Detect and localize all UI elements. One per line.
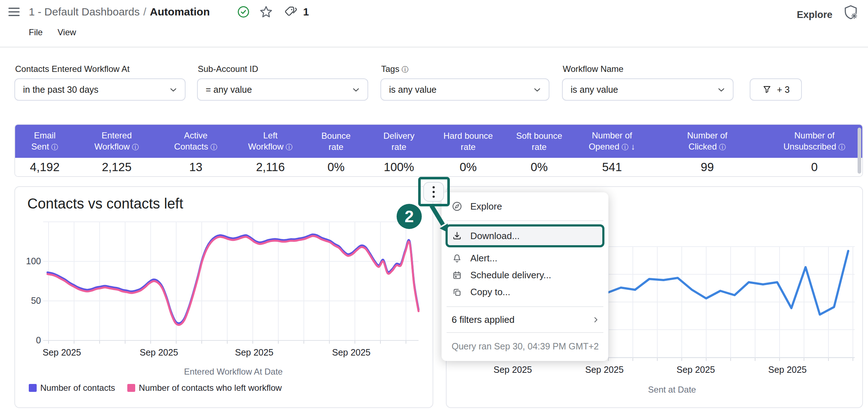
x-tick: Sep 2025: [572, 365, 637, 375]
tag-count: 1: [303, 6, 309, 18]
menu-item-alert[interactable]: Alert...: [442, 250, 608, 267]
chart-legend: Number of contacts Number of contacts wh…: [29, 383, 282, 393]
filter-value: is any value: [389, 84, 437, 95]
filter-label-subaccount: Sub-Account ID: [198, 64, 258, 74]
x-tick: Sep 2025: [29, 347, 94, 358]
legend-item-left-workflow[interactable]: Number of contacts who left workflow: [127, 383, 282, 393]
kpi-summary-table: EmailSentⓘEnteredWorkflowⓘActiveContacts…: [14, 124, 863, 177]
chevron-down-icon: [718, 87, 725, 92]
hamburger-menu-icon[interactable]: [8, 6, 20, 17]
table-value-cell: 541: [576, 158, 648, 176]
more-filters-button[interactable]: + 3: [750, 78, 802, 101]
x-tick: Sep 2025: [755, 365, 820, 375]
more-filters-count: + 3: [777, 84, 790, 95]
chevron-right-icon: [591, 315, 600, 324]
verified-check-icon[interactable]: [237, 5, 250, 18]
legend-label: Number of contacts who left workflow: [139, 383, 282, 393]
explore-top-button[interactable]: Explore: [797, 9, 832, 20]
breadcrumb: 1 - Default Dashboards/Automation: [29, 6, 210, 18]
table-header-cell[interactable]: Bouncerate: [308, 125, 364, 158]
filter-label-tags: Tagsⓘ: [381, 64, 408, 74]
download-highlight-annotation: Download...: [446, 224, 604, 247]
menu-item-label: Explore: [470, 201, 502, 212]
table-header-cell[interactable]: Number ofClickedⓘ: [648, 125, 767, 158]
table-scrollbar[interactable]: [858, 128, 861, 174]
info-icon[interactable]: ⓘ: [622, 143, 629, 151]
menu-item-label: Download...: [470, 230, 520, 242]
table-header-cell[interactable]: LeftWorkflowⓘ: [233, 125, 308, 158]
menu-item-explore[interactable]: Explore: [442, 192, 608, 220]
table-value-cell: 2,125: [74, 158, 159, 176]
table-value-cell: 0%: [502, 158, 576, 176]
table-value-row: 4,1922,125132,1160%100%0%0%541990: [15, 158, 862, 176]
info-icon[interactable]: ⓘ: [132, 143, 139, 151]
filter-dropdown-entered-workflow[interactable]: in the past 30 days: [14, 78, 186, 101]
table-value-cell: 13: [159, 158, 233, 176]
table-header-cell[interactable]: Number ofUnsubscribedⓘ: [767, 125, 862, 158]
chevron-down-icon: [170, 87, 177, 92]
table-header-cell[interactable]: EmailSentⓘ: [15, 125, 74, 158]
top-divider: [0, 47, 868, 47]
favorite-star-icon[interactable]: [259, 5, 273, 19]
legend-swatch-purple: [29, 384, 37, 392]
filter-value: in the past 30 days: [23, 84, 99, 95]
x-tick: Sep 2025: [319, 347, 384, 358]
breadcrumb-current: Automation: [150, 6, 210, 18]
copy-icon: [452, 287, 462, 298]
filter-dropdown-tags[interactable]: is any value: [380, 78, 549, 101]
chevron-down-icon: [352, 87, 360, 92]
filter-dropdown-workflow-name[interactable]: is any value: [562, 78, 734, 101]
menu-divider: [447, 220, 603, 221]
table-header-cell[interactable]: EnteredWorkflowⓘ: [74, 125, 159, 158]
info-icon[interactable]: ⓘ: [719, 143, 726, 151]
filter-value: is any value: [571, 84, 618, 95]
query-ran-status: Query ran Sep 30, 04:39 PM GMT+2: [442, 333, 608, 360]
breadcrumb-root[interactable]: 1 - Default Dashboards: [29, 6, 140, 18]
table-value-cell: 0%: [308, 158, 364, 176]
x-tick: Sep 2025: [480, 365, 545, 375]
menu-item-copy-to[interactable]: Copy to...: [442, 284, 608, 301]
table-header-cell[interactable]: ActiveContactsⓘ: [159, 125, 233, 158]
breadcrumb-separator: /: [140, 6, 150, 18]
tile-context-menu: Explore Download... Alert... Schedule de…: [442, 192, 608, 361]
info-icon[interactable]: ⓘ: [285, 143, 293, 151]
info-icon[interactable]: ⓘ: [210, 143, 218, 151]
table-header-cell[interactable]: Hard bouncerate: [434, 125, 502, 158]
menu-item-label: Alert...: [470, 253, 497, 264]
filter-dropdown-subaccount[interactable]: = any value: [197, 78, 368, 101]
y-tick-50: 50: [18, 296, 41, 306]
filter-label-entered-workflow: Contacts Entered Workflow At: [15, 64, 129, 74]
x-tick: Sep 2025: [222, 347, 287, 358]
menu-item-download[interactable]: Download...: [448, 226, 602, 245]
y-tick-100: 100: [18, 256, 41, 266]
table-header-cell[interactable]: Number ofOpenedⓘ ↓: [576, 125, 648, 158]
info-icon[interactable]: ⓘ: [402, 65, 409, 73]
calendar-icon: [452, 270, 462, 281]
table-value-cell: 0: [767, 158, 862, 176]
info-icon[interactable]: ⓘ: [51, 143, 58, 151]
table-value-cell: 100%: [364, 158, 434, 176]
menu-view[interactable]: View: [58, 27, 76, 37]
table-value-cell: 0%: [434, 158, 502, 176]
table-header-cell[interactable]: Deliveryrate: [364, 125, 434, 158]
menu-item-schedule-delivery[interactable]: Schedule delivery...: [442, 267, 608, 284]
x-axis-title: Entered Workflow At Date: [161, 367, 305, 377]
table-header-cell[interactable]: Soft bouncerate: [502, 125, 576, 158]
x-tick: Sep 2025: [663, 365, 728, 375]
menu-item-filters-applied[interactable]: 6 filters applied: [442, 307, 608, 332]
x-tick: Sep 2025: [127, 347, 191, 358]
shield-gear-admin-icon[interactable]: [843, 4, 859, 20]
tags-icon: [284, 5, 298, 19]
table-value-cell: 4,192: [15, 158, 74, 176]
table-value-cell: 99: [648, 158, 767, 176]
table-header-row: EmailSentⓘEnteredWorkflowⓘActiveContacts…: [15, 125, 862, 158]
chart-card-contacts: Contacts vs contacts left 100 50 0 Sep 2…: [14, 186, 433, 408]
filter-label-workflow-name: Workflow Name: [563, 64, 623, 74]
tags-button[interactable]: 1: [284, 5, 309, 19]
filters-applied-label: 6 filters applied: [452, 314, 515, 325]
legend-label: Number of contacts: [40, 383, 115, 393]
info-icon[interactable]: ⓘ: [839, 143, 846, 151]
legend-item-contacts[interactable]: Number of contacts: [29, 383, 115, 393]
funnel-icon: [762, 84, 772, 95]
menu-file[interactable]: File: [29, 27, 43, 37]
